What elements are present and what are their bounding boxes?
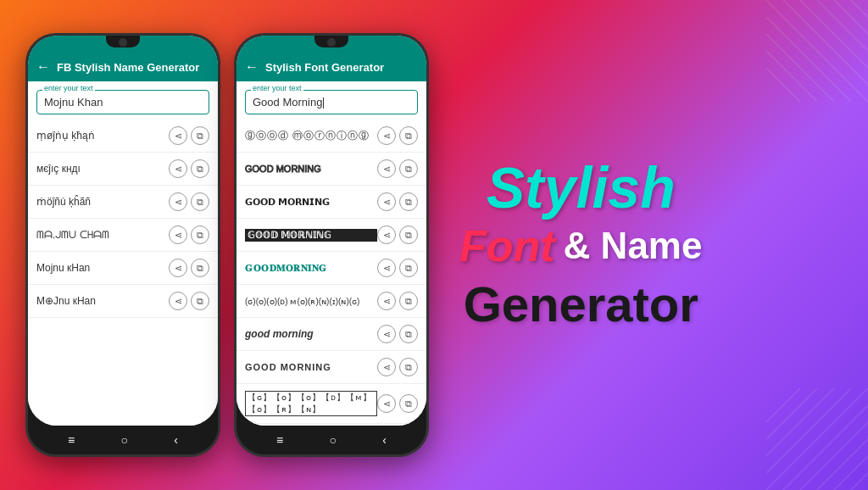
copy-btn-1[interactable]: ⧉ <box>191 126 209 145</box>
brand-font-text: Font <box>459 220 555 271</box>
svg-line-12 <box>783 405 868 490</box>
p2-font-actions-3: ⋖ ⧉ <box>377 192 418 211</box>
font-actions-3: ⋖ ⧉ <box>169 192 209 211</box>
p2-font-item-4: 𝔾𝕆𝕆𝔻 𝕄𝕆ℝℕ𝕀ℕ𝔾 ⋖ ⧉ <box>236 219 426 252</box>
p2-share-btn-9[interactable]: ⋖ <box>377 394 396 413</box>
font-item-1: ṃøĵṅụ ķħąṅ ⋖ ⧉ <box>28 120 218 153</box>
phone-1-input-value[interactable]: Mojnu Khan <box>44 94 202 110</box>
p2-share-btn-6[interactable]: ⋖ <box>377 292 396 310</box>
p2-font-actions-8: ⋖ ⧉ <box>377 358 418 376</box>
back-nav-btn-2[interactable]: ‹ <box>382 433 387 447</box>
p2-share-btn-7[interactable]: ⋖ <box>377 325 396 343</box>
p2-share-btn-2[interactable]: ⋖ <box>377 159 396 178</box>
phone-2-font-list: ⓖⓞⓞⓓ ⓜⓞⓡⓝⓘⓝⓖ ⋖ ⧉ GOOD MORNING ⋖ ⧉ 𝗚𝗢𝗢𝗗 𝗠… <box>236 120 426 426</box>
p2-font-actions-7: ⋖ ⧉ <box>377 325 418 343</box>
font-actions-2: ⋖ ⧉ <box>169 159 209 178</box>
phone-2-input-wrapper[interactable]: enter your text Good Morning <box>245 90 418 114</box>
p2-font-text-9: 【ɢ】【ᴏ】【ᴏ】【ᴅ】【ᴍ】【ᴏ】【ʀ】【ɴ】 <box>245 391 377 416</box>
font-actions-5: ⋖ ⧉ <box>169 259 209 277</box>
p2-font-item-6: (ɢ)(ᴏ)(ᴏ)(ᴅ) ᴍ(ᴏ)(ʀ)(ɴ)(ɪ)(ɴ)(ɢ) ⋖ ⧉ <box>236 285 426 318</box>
p2-share-btn-5[interactable]: ⋖ <box>377 259 396 277</box>
share-btn-3[interactable]: ⋖ <box>169 192 187 211</box>
p2-font-text-5: 𝐆𝐎𝐎𝐃𝐌𝐎𝐑𝐍𝐈𝐍𝐆 <box>245 263 377 274</box>
copy-btn-5[interactable]: ⧉ <box>191 259 209 277</box>
copy-btn-6[interactable]: ⧉ <box>191 292 209 310</box>
svg-line-7 <box>766 68 800 102</box>
p2-font-actions-4: ⋖ ⧉ <box>377 226 418 244</box>
share-btn-5[interactable]: ⋖ <box>169 259 187 277</box>
svg-line-17 <box>766 388 800 422</box>
p2-copy-btn-9[interactable]: ⧉ <box>399 394 418 413</box>
p2-font-actions-9: ⋖ ⧉ <box>377 394 418 413</box>
back-arrow-icon[interactable]: ← <box>36 59 50 75</box>
p2-font-text-8: GOOD MORNING <box>245 362 377 372</box>
p2-copy-btn-1[interactable]: ⧉ <box>399 126 418 145</box>
back-arrow-icon-2[interactable]: ← <box>245 59 259 75</box>
font-text-3: ṁöĵñú ķĥãñ <box>36 196 169 208</box>
p2-copy-btn-8[interactable]: ⧉ <box>399 358 418 376</box>
p2-font-text-2: GOOD MORNING <box>245 164 377 174</box>
p2-copy-btn-4[interactable]: ⧉ <box>399 226 418 244</box>
p2-copy-btn-5[interactable]: ⧉ <box>399 259 418 277</box>
p2-share-btn-1[interactable]: ⋖ <box>377 126 396 145</box>
share-btn-1[interactable]: ⋖ <box>169 126 187 145</box>
font-text-2: мєĵıç кндı <box>36 163 169 175</box>
phone-1-nav: ≡ ○ ‹ <box>28 426 218 454</box>
font-text-4: ᗰᗩ.ᒍᗰᑌ ᑕᕼᗩᗰ <box>36 229 169 241</box>
p2-font-actions-1: ⋖ ⧉ <box>377 126 418 145</box>
home-nav-btn-1[interactable]: ○ <box>121 433 128 447</box>
copy-btn-3[interactable]: ⧉ <box>191 192 209 211</box>
brand-stylish-text: Stylish <box>487 159 676 216</box>
phone-1-input-label: enter your text <box>42 84 95 92</box>
phones-wrapper: ← FB Stylish Name Generator enter your t… <box>0 0 736 490</box>
share-btn-4[interactable]: ⋖ <box>169 226 187 244</box>
phone-2-input-area: enter your text Good Morning <box>236 81 426 120</box>
phone-2-title: Stylish Font Generator <box>265 61 384 74</box>
svg-line-18 <box>834 456 868 490</box>
app-branding: Stylish Font & Name Generator <box>442 142 719 349</box>
svg-line-14 <box>766 388 851 473</box>
svg-line-4 <box>766 17 851 102</box>
phone-2: ← Stylish Font Generator enter your text… <box>234 33 429 457</box>
phone-2-screen: ← Stylish Font Generator enter your text… <box>236 36 426 426</box>
p2-share-btn-8[interactable]: ⋖ <box>377 358 396 376</box>
font-actions-6: ⋖ ⧉ <box>169 292 209 310</box>
font-actions-4: ⋖ ⧉ <box>169 226 209 244</box>
phone-1-input-area: enter your text Mojnu Khan <box>28 81 218 120</box>
phone-2-nav: ≡ ○ ‹ <box>236 426 426 454</box>
home-nav-btn-2[interactable]: ○ <box>330 433 337 447</box>
font-item-5: Mojnu кHan ⋖ ⧉ <box>28 252 218 285</box>
copy-btn-2[interactable]: ⧉ <box>191 159 209 178</box>
phone-2-input-value[interactable]: Good Morning <box>253 94 410 110</box>
svg-line-15 <box>766 388 834 456</box>
p2-copy-btn-3[interactable]: ⧉ <box>399 192 418 211</box>
font-item-2: мєĵıç кндı ⋖ ⧉ <box>28 153 218 186</box>
p2-font-actions-6: ⋖ ⧉ <box>377 292 418 310</box>
corner-decoration-br <box>766 388 868 490</box>
phone-1-screen: ← FB Stylish Name Generator enter your t… <box>28 36 218 426</box>
p2-font-item-7: good morning ⋖ ⧉ <box>236 318 426 351</box>
phone-1-input-wrapper[interactable]: enter your text Mojnu Khan <box>36 90 209 114</box>
p2-copy-btn-7[interactable]: ⧉ <box>399 325 418 343</box>
p2-copy-btn-2[interactable]: ⧉ <box>399 159 418 178</box>
menu-nav-btn-1[interactable]: ≡ <box>68 433 75 447</box>
font-text-1: ṃøĵṅụ ķħąṅ <box>36 130 169 142</box>
svg-line-9 <box>851 0 868 17</box>
p2-font-item-5: 𝐆𝐎𝐎𝐃𝐌𝐎𝐑𝐍𝐈𝐍𝐆 ⋖ ⧉ <box>236 252 426 285</box>
phone-1-title: FB Stylish Name Generator <box>57 61 199 74</box>
p2-font-text-6: (ɢ)(ᴏ)(ᴏ)(ᴅ) ᴍ(ᴏ)(ʀ)(ɴ)(ɪ)(ɴ)(ɢ) <box>245 297 377 306</box>
font-item-6: M⊕Jnu кHan ⋖ ⧉ <box>28 285 218 318</box>
share-btn-2[interactable]: ⋖ <box>169 159 187 178</box>
copy-btn-4[interactable]: ⧉ <box>191 226 209 244</box>
p2-share-btn-3[interactable]: ⋖ <box>377 192 396 211</box>
p2-share-btn-4[interactable]: ⋖ <box>377 226 396 244</box>
back-nav-btn-1[interactable]: ‹ <box>174 433 178 447</box>
p2-copy-btn-6[interactable]: ⧉ <box>399 292 418 310</box>
svg-line-5 <box>766 34 834 102</box>
svg-line-1 <box>800 0 868 68</box>
svg-line-11 <box>800 422 868 490</box>
share-btn-6[interactable]: ⋖ <box>169 292 187 310</box>
svg-line-3 <box>766 0 868 102</box>
menu-nav-btn-2[interactable]: ≡ <box>276 433 283 447</box>
font-text-6: M⊕Jnu кHan <box>36 295 169 307</box>
